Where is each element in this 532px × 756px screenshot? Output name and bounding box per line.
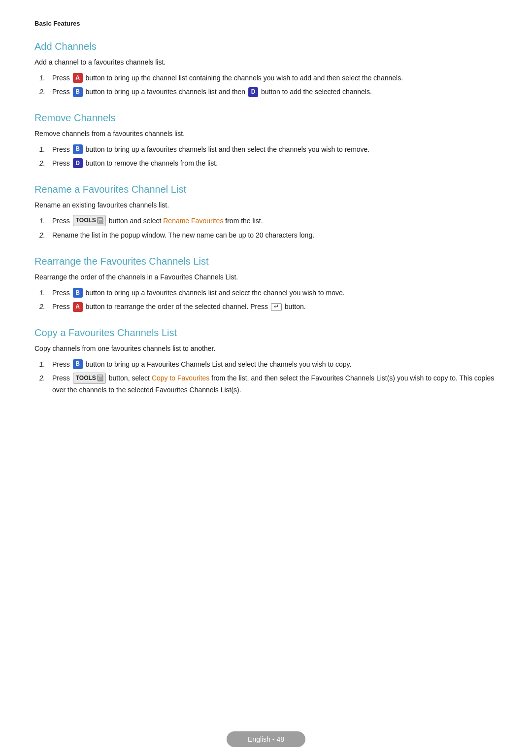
btn-b-badge: B	[73, 288, 83, 298]
tools-badge: TOOLS	[73, 373, 106, 384]
link-text: Rename Favourites	[163, 217, 223, 225]
sections-container: Add ChannelsAdd a channel to a favourite…	[34, 41, 498, 395]
section-desc: Rearrange the order of the channels in a…	[34, 272, 498, 282]
list-item: 1.Press B button to bring up a favourite…	[34, 144, 498, 155]
step-number: 1.	[39, 287, 52, 298]
section-copy-favourites: Copy a Favourites Channels ListCopy chan…	[34, 327, 498, 396]
step-text: Press A button to bring up the channel l…	[52, 72, 498, 83]
btn-d-badge: D	[248, 87, 258, 97]
link-text: Copy to Favourites	[152, 374, 210, 382]
steps-list: 1.Press B button to bring up a favourite…	[34, 144, 498, 169]
tools-badge: TOOLS	[73, 215, 106, 226]
list-item: 1.Press B button to bring up a Favourite…	[34, 359, 498, 370]
step-text: Press TOOLS button and select Rename Fav…	[52, 215, 498, 227]
step-number: 1.	[39, 359, 52, 370]
btn-b-badge: B	[73, 144, 83, 154]
list-item: 2.Rename the list in the popup window. T…	[34, 230, 498, 241]
tools-icon	[97, 217, 103, 223]
section-desc: Add a channel to a favourites channels l…	[34, 57, 498, 68]
step-text: Press TOOLS button, select Copy to Favou…	[52, 373, 498, 395]
btn-d-badge: D	[73, 158, 83, 168]
page-content: Basic Features Add ChannelsAdd a channel…	[0, 0, 532, 459]
list-item: 2.Press D button to remove the channels …	[34, 158, 498, 169]
step-number: 2.	[39, 301, 52, 312]
section-title: Rearrange the Favourites Channels List	[34, 256, 498, 267]
section-desc: Copy channels from one favourites channe…	[34, 344, 498, 354]
section-title: Rename a Favourites Channel List	[34, 184, 498, 195]
list-item: 1.Press TOOLS button and select Rename F…	[34, 215, 498, 227]
section-title: Copy a Favourites Channels List	[34, 327, 498, 339]
step-number: 2.	[39, 230, 52, 241]
step-text: Press A button to rearrange the order of…	[52, 301, 498, 312]
step-number: 2.	[39, 373, 52, 383]
step-number: 2.	[39, 86, 52, 97]
section-title: Remove Channels	[34, 112, 498, 124]
section-rename-favourites: Rename a Favourites Channel ListRename a…	[34, 184, 498, 241]
return-badge: ↵	[271, 303, 282, 311]
step-number: 1.	[39, 144, 52, 155]
steps-list: 1.Press B button to bring up a favourite…	[34, 287, 498, 312]
btn-b-badge: B	[73, 87, 83, 97]
section-add-channels: Add ChannelsAdd a channel to a favourite…	[34, 41, 498, 98]
step-number: 1.	[39, 72, 52, 83]
step-text: Rename the list in the popup window. The…	[52, 230, 498, 241]
step-number: 1.	[39, 215, 52, 226]
section-rearrange-favourites: Rearrange the Favourites Channels ListRe…	[34, 256, 498, 312]
section-desc: Rename an existing favourites channels l…	[34, 200, 498, 210]
list-item: 2.Press B button to bring up a favourite…	[34, 86, 498, 97]
steps-list: 1.Press TOOLS button and select Rename F…	[34, 215, 498, 241]
step-text: Press B button to bring up a favourites …	[52, 86, 498, 97]
tools-icon	[97, 375, 103, 380]
list-item: 1.Press B button to bring up a favourite…	[34, 287, 498, 298]
btn-a-badge: A	[73, 73, 83, 83]
steps-list: 1.Press A button to bring up the channel…	[34, 72, 498, 98]
step-text: Press D button to remove the channels fr…	[52, 158, 498, 169]
btn-b-badge: B	[73, 359, 83, 369]
step-text: Press B button to bring up a Favourites …	[52, 359, 498, 370]
list-item: 2.Press TOOLS button, select Copy to Fav…	[34, 373, 498, 395]
step-number: 2.	[39, 158, 52, 169]
footer-pill: English - 48	[227, 731, 305, 747]
section-remove-channels: Remove ChannelsRemove channels from a fa…	[34, 112, 498, 169]
section-desc: Remove channels from a favourites channe…	[34, 129, 498, 139]
step-text: Press B button to bring up a favourites …	[52, 287, 498, 298]
step-text: Press B button to bring up a favourites …	[52, 144, 498, 155]
list-item: 2.Press A button to rearrange the order …	[34, 301, 498, 312]
btn-a-badge: A	[73, 302, 83, 312]
steps-list: 1.Press B button to bring up a Favourite…	[34, 359, 498, 396]
section-title: Add Channels	[34, 41, 498, 52]
list-item: 1.Press A button to bring up the channel…	[34, 72, 498, 83]
footer-bar: English - 48	[0, 725, 532, 756]
section-label: Basic Features	[34, 20, 498, 27]
